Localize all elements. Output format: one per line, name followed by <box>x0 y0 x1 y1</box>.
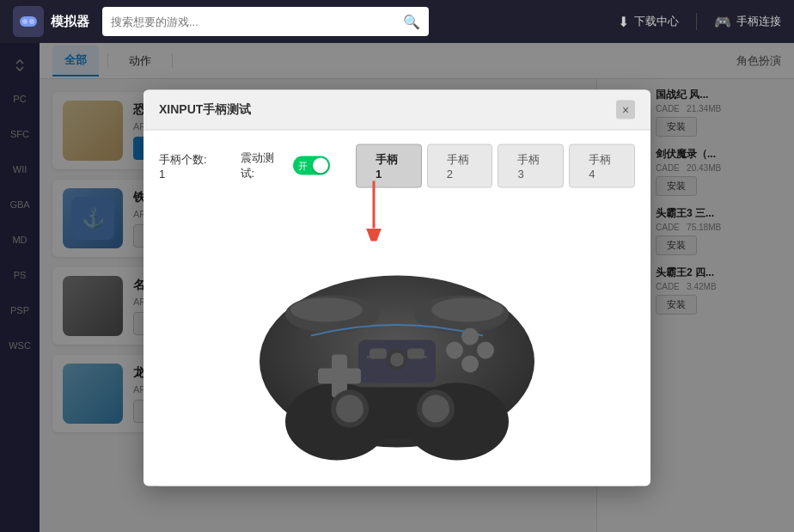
ctrl-tab-3[interactable]: 手柄3 <box>498 144 564 187</box>
ctrl-tab-4[interactable]: 手柄4 <box>569 144 635 187</box>
vibration-label: 震动测试: <box>241 150 287 181</box>
download-center-btn[interactable]: ⬇ 下载中心 <box>618 14 679 30</box>
logo-area: 模拟器 <box>13 6 89 37</box>
vibration-toggle[interactable]: 开 <box>293 156 330 175</box>
svg-point-14 <box>431 297 504 321</box>
svg-point-28 <box>446 341 463 358</box>
svg-point-25 <box>422 394 449 422</box>
svg-point-1 <box>22 19 27 24</box>
controller-connect-btn[interactable]: 🎮 手柄连接 <box>714 14 781 30</box>
gamepad-svg <box>217 215 577 473</box>
search-input[interactable] <box>111 15 396 28</box>
controller-icon: 🎮 <box>714 14 731 30</box>
red-arrow-indicator <box>348 172 400 241</box>
ctrl-tab-2[interactable]: 手柄2 <box>427 144 493 187</box>
top-navbar: 模拟器 🔍 ⬇ 下载中心 🎮 手柄连接 <box>0 0 794 43</box>
vibration-row: 震动测试: 开 <box>241 150 330 181</box>
svg-point-23 <box>336 394 363 422</box>
content-area: PC SFC WII GBA MD PS PSP WSC 全部 动作 角色扮演 … <box>0 43 794 532</box>
toggle-knob <box>313 158 328 174</box>
svg-point-26 <box>461 355 479 372</box>
logo-text: 模拟器 <box>51 14 89 30</box>
modal-body: 手柄个数: 1 震动测试: 开 手柄1 手柄2 手柄3 手柄4 <box>144 130 650 486</box>
svg-rect-18 <box>370 348 387 358</box>
svg-point-13 <box>290 297 363 321</box>
nav-right: ⬇ 下载中心 🎮 手柄连接 <box>618 13 781 30</box>
xinput-modal: XINPUT手柄测试 × 手柄个数: 1 震动测试: 开 手柄1 手柄2 手柄3… <box>144 89 650 486</box>
gamepad-display <box>159 198 635 486</box>
modal-title: XINPUT手柄测试 <box>159 101 251 117</box>
svg-point-31 <box>390 352 404 366</box>
modal-close-button[interactable]: × <box>616 100 635 119</box>
toggle-on-label: 开 <box>298 160 308 173</box>
nav-divider <box>696 13 697 30</box>
search-bar[interactable]: 🔍 <box>102 7 429 36</box>
svg-point-27 <box>477 341 494 358</box>
svg-point-29 <box>461 327 479 345</box>
search-icon[interactable]: 🔍 <box>403 14 420 30</box>
controller-count: 手柄个数: 1 <box>159 151 215 180</box>
svg-point-2 <box>29 19 34 24</box>
download-icon: ⬇ <box>618 14 629 30</box>
svg-rect-19 <box>407 348 424 358</box>
modal-header: XINPUT手柄测试 × <box>144 89 650 130</box>
logo-icon <box>13 6 44 37</box>
